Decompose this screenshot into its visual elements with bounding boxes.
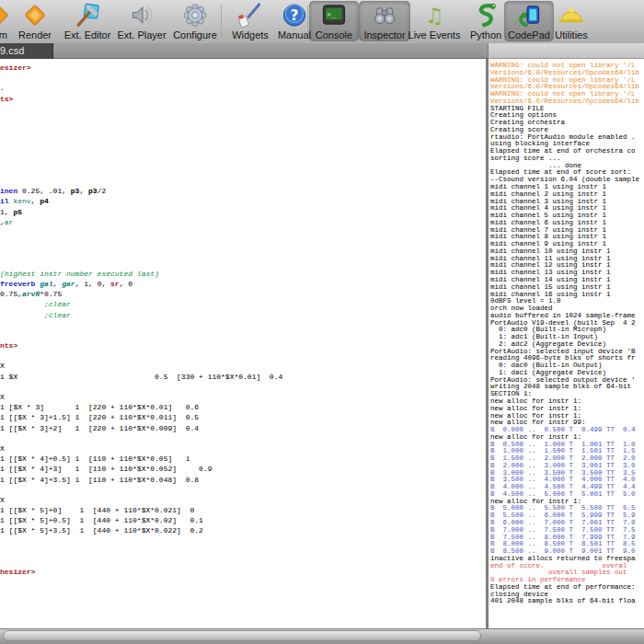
toolbar-button-label: Configure (169, 29, 221, 40)
code-line (0, 546, 486, 557)
code-line: hesizer> (0, 567, 486, 577)
toolbar-button-label: Inspector (359, 29, 410, 40)
code-editor[interactable]: esizer> .ts> inen 0.25, .01, p3, p3/2il … (0, 59, 486, 628)
code-line: 1 [[$X * 3]+2] 1 [220 + 110*$X*0.009] 0.… (0, 423, 486, 433)
code-line: 1 $X 0.5 [330 + 110*$X*0.01] 0.4 (0, 372, 486, 382)
code-line: ts> (0, 94, 486, 104)
toolbar-button-ext-player[interactable]: Ext. Player (116, 1, 167, 41)
code-line (0, 351, 486, 361)
output-console[interactable]: WARNING: could not open library '/LVersi… (489, 59, 644, 628)
toolbar-button-label: Live Events (406, 29, 463, 40)
code-line: X (0, 495, 486, 505)
code-line: 1 [[$X * 5]+0.5] 1 [440 + 110*$X*0.02] 0… (0, 515, 486, 525)
code-line (0, 124, 486, 134)
horizontal-scrollbar[interactable] (3, 630, 481, 641)
code-line (0, 557, 486, 567)
code-line (0, 73, 486, 83)
code-line (0, 382, 486, 392)
code-line: ;clear (0, 310, 486, 320)
output-console-titlebar[interactable]: Out (488, 43, 644, 59)
code-line (0, 247, 486, 258)
code-line (0, 104, 486, 114)
code-line: nts> (0, 340, 486, 351)
toolbar-button-label: Render (9, 29, 61, 40)
code-line: 0.75,arvR*0.75 (0, 289, 486, 299)
code-line (0, 433, 486, 443)
code-line (0, 330, 486, 340)
code-line (0, 114, 486, 124)
code-line: ;clear (0, 299, 486, 309)
code-line: X (0, 361, 486, 371)
code-line (0, 134, 486, 144)
svg-text:?: ? (291, 7, 299, 24)
svg-text:♫: ♫ (425, 3, 444, 28)
console-icon: >_ (309, 2, 359, 29)
code-line: (highest instr number executed last) (0, 269, 486, 279)
run-term-icon (0, 2, 9, 29)
code-line: 1 [[$X * 5]+0] 1 [440 + 110*$X*0.021] 0 (0, 505, 486, 515)
code-line (0, 237, 486, 247)
code-line: 1 [[$X * 4]+3.5] 1 [110 + 110*$X*0.048] … (0, 475, 486, 485)
code-line: il kenv, p4 (0, 196, 486, 206)
toolbar-separator (221, 6, 222, 37)
toolbar-button-configure[interactable]: Configure (169, 1, 221, 41)
editor-tab-bar: 9.csd (0, 43, 488, 59)
console-line: 401 2048 sample blks of 64-bit floa (490, 598, 644, 605)
toolbar-button-live-events[interactable]: ♫Live Events (406, 1, 463, 41)
code-line (0, 176, 486, 186)
toolbar-button-utilities[interactable]: Utilities (546, 1, 597, 41)
code-line: freeverb gal, gar, 1, 0, sr, 0 (0, 279, 486, 289)
render-icon (9, 2, 61, 29)
code-line (0, 166, 486, 176)
code-line (0, 227, 486, 237)
code-line (0, 485, 486, 495)
csoundqt-window: rmRenderExt. EditorExt. PlayerConfigureW… (0, 0, 644, 644)
inspector-icon (359, 2, 410, 29)
code-line: ,ar (0, 217, 486, 227)
code-line (0, 536, 486, 546)
code-line: inen 0.25, .01, p3, p3/2 (0, 186, 486, 196)
toolbar-button-run-term[interactable]: rm (0, 1, 9, 41)
code-line: 1, p5 (0, 207, 486, 217)
toolbar-button-label: Ext. Editor (62, 29, 113, 40)
live-events-icon: ♫ (406, 2, 463, 29)
toolbar-button-ext-editor[interactable]: Ext. Editor (62, 1, 113, 41)
code-line: 1 [[$X * 3]+1.5] 1 [220 + 110*$X*0.011] … (0, 412, 486, 422)
ext-editor-icon (62, 2, 113, 29)
code-line: esizer> (0, 63, 486, 73)
configure-icon (169, 2, 221, 29)
utilities-icon (546, 2, 597, 29)
toolbar-button-render[interactable]: Render (9, 1, 61, 41)
code-line: 1 [[$X * 5]+3.5] 1 [440 + 110*$X*0.022] … (0, 525, 486, 535)
code-line (0, 320, 486, 330)
tab-active-csd-file[interactable]: 9.csd (0, 43, 53, 59)
code-line: 1 [$X * 3] 1 [220 + 110*$X*0.01] 0.6 (0, 402, 486, 412)
toolbar-button-label: Console (309, 29, 359, 40)
main-toolbar: rmRenderExt. EditorExt. PlayerConfigureW… (0, 0, 644, 44)
toolbar-button-inspector[interactable]: Inspector (359, 1, 410, 41)
code-line: X (0, 392, 486, 402)
toolbar-button-label: rm (0, 29, 9, 40)
code-line (0, 259, 486, 269)
code-line: 1 [[$X * 4]+0.5] 1 [110 + 110*$X*0.05] 1 (0, 454, 486, 464)
toolbar-button-label: Ext. Player (116, 29, 167, 40)
toolbar-button-console[interactable]: >_Console (309, 1, 359, 41)
ext-player-icon (116, 2, 167, 29)
code-line: . (0, 83, 486, 93)
toolbar-button-label: Utilities (546, 29, 597, 40)
code-line (0, 155, 486, 166)
code-line (0, 145, 486, 155)
svg-text:>_: >_ (327, 10, 336, 18)
code-line: 1 [[$X * 4]+3] 1 [110 + 110*$X*0.052] 0.… (0, 464, 486, 474)
code-line: X (0, 443, 486, 454)
